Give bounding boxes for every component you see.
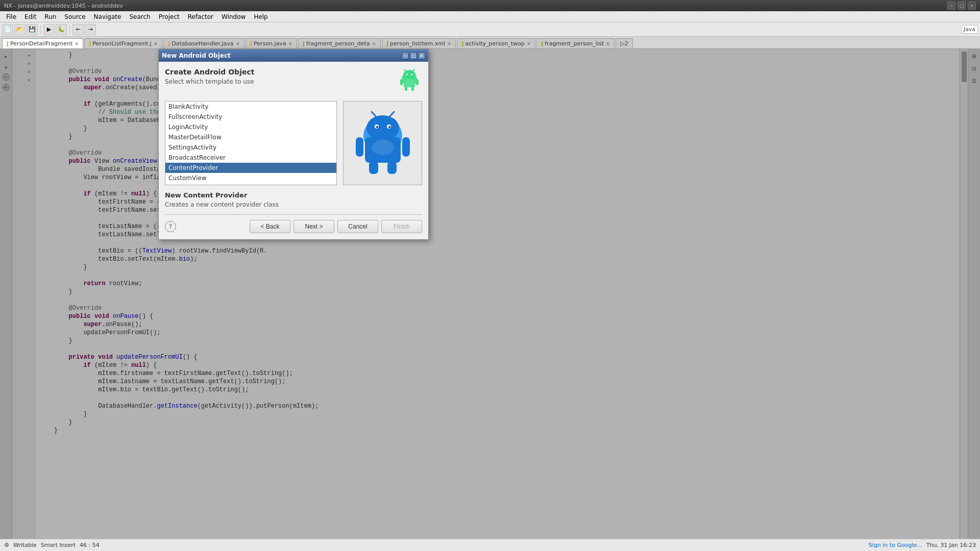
menu-source[interactable]: Source (60, 12, 89, 21)
toolbar-debug[interactable]: 🐛 (56, 24, 67, 35)
menu-project[interactable]: Project (155, 12, 184, 21)
tab-close-icon[interactable]: × (372, 41, 376, 46)
status-left: ⚙ Writable Smart Insert 46 : 54 (4, 542, 100, 548)
template-item-content-provider[interactable]: ContentProvider (165, 163, 336, 173)
cancel-button[interactable]: Cancel (337, 220, 378, 233)
dialog-button-group: < Back Next > Cancel Finish (250, 220, 422, 233)
tab-bar: J PersonDetailFragment × J PersonListFra… (0, 37, 980, 49)
dialog-maximize-button[interactable]: □ (410, 52, 417, 59)
menu-search[interactable]: Search (125, 12, 154, 21)
menu-window[interactable]: Window (217, 12, 250, 21)
template-item-master-detail-flow[interactable]: MasterDetailFlow (165, 132, 336, 142)
tab-close-icon[interactable]: × (288, 41, 292, 46)
template-preview (343, 101, 422, 185)
menu-help[interactable]: Help (250, 12, 272, 21)
tab-close-icon[interactable]: × (447, 41, 451, 46)
status-bar: ⚙ Writable Smart Insert 46 : 54 Sign in … (0, 539, 980, 551)
description-section: New Content Provider Creates a new conte… (165, 191, 422, 208)
code-line: DatabaseHandler.getInstance(getActivity(… (39, 402, 955, 410)
svg-point-11 (404, 79, 415, 87)
toolbar-forward[interactable]: → (85, 24, 96, 35)
tab-label: PersonListFragment.j (93, 40, 152, 47)
new-android-object-dialog[interactable]: New Android Object − □ × Create Android … (158, 49, 429, 240)
editor-area[interactable]: ▴ ▴ (12, 49, 960, 539)
menu-edit[interactable]: Edit (20, 12, 40, 21)
tab-close-icon[interactable]: × (606, 41, 610, 46)
svg-rect-22 (402, 137, 410, 157)
close-button[interactable]: × (968, 2, 976, 10)
next-button[interactable]: Next > (293, 220, 334, 233)
far-right-icon-3[interactable]: ☰ (969, 76, 979, 86)
tab-database-handler[interactable]: J DatabaseHandler.java × (163, 38, 244, 48)
menu-navigate[interactable]: Navigate (90, 12, 126, 21)
toolbar-open[interactable]: 📂 (14, 24, 26, 35)
far-right-icon-1[interactable]: ⊞ (969, 51, 979, 61)
code-line: textBio.setText(mItem.bio); (39, 255, 955, 263)
tab-fragment-person-deta[interactable]: J fragment_person_deta × (298, 38, 381, 48)
tab-extra[interactable]: ▷2 (616, 38, 632, 48)
template-item-service[interactable]: Service (165, 183, 336, 185)
tab-person-list-fragment[interactable]: J PersonListFragment.j × (84, 38, 162, 48)
menu-run[interactable]: Run (40, 12, 60, 21)
tab-fragment-person-list[interactable]: J fragment_person_list × (536, 38, 615, 48)
code-line: if (mItem != null) { (39, 361, 955, 369)
tab-person[interactable]: J Person.java × (246, 38, 297, 48)
finish-button[interactable]: Finish (381, 220, 422, 233)
maximize-button[interactable]: □ (958, 2, 966, 10)
code-line: } (39, 410, 955, 418)
svg-point-25 (372, 140, 394, 155)
tab-person-detail-fragment[interactable]: J PersonDetailFragment × (2, 38, 83, 48)
dialog-subtitle: Select which template to use (165, 78, 254, 85)
status-position: 46 : 54 (80, 542, 100, 548)
minimize-button[interactable]: − (947, 2, 955, 10)
template-item-broadcast-receiver[interactable]: BroadcastReceiver (165, 153, 336, 163)
toolbar-save[interactable]: 💾 (27, 24, 38, 35)
sidebar-icon-1[interactable]: ▸ (1, 51, 11, 61)
menu-refactor[interactable]: Refactor (184, 12, 217, 21)
template-list-container: BlankActivity FullscreenActivity LoginAc… (165, 101, 422, 185)
svg-rect-9 (405, 87, 407, 91)
status-writable: Writable (13, 542, 37, 548)
tab-close-icon[interactable]: × (75, 41, 79, 46)
description-title: New Content Provider (165, 191, 422, 199)
tab-close-icon[interactable]: × (154, 41, 158, 46)
toolbar-back[interactable]: ← (72, 24, 84, 35)
dialog-minimize-button[interactable]: − (402, 52, 409, 59)
code-line: private void updatePersonFromUI() { (39, 353, 955, 361)
menu-file[interactable]: File (2, 12, 20, 21)
template-item-blank-activity[interactable]: BlankActivity (165, 102, 336, 112)
code-line (39, 271, 955, 280)
right-scrollbar[interactable] (960, 49, 968, 539)
tab-person-listitem[interactable]: J person_listitem.xml × (382, 38, 456, 48)
template-list[interactable]: BlankActivity FullscreenActivity LoginAc… (165, 101, 337, 185)
svg-rect-7 (400, 79, 403, 85)
code-line: super.onPause(); (39, 320, 955, 329)
dialog-close-button[interactable]: × (418, 52, 425, 59)
left-sidebar: ▸ ▾ − + (0, 49, 12, 539)
help-button[interactable]: ? (165, 221, 176, 232)
tab-close-icon[interactable]: × (527, 41, 531, 46)
template-item-settings-activity[interactable]: SettingsActivity (165, 142, 336, 153)
toolbar-new[interactable]: 📄 (2, 24, 13, 35)
svg-point-16 (376, 126, 378, 128)
code-line: @Override (39, 304, 955, 312)
far-right-icon-2[interactable]: ⊟ (969, 63, 979, 73)
status-sign-in[interactable]: Sign in to Google... (869, 542, 922, 548)
tab-label: Person.java (254, 40, 286, 47)
tab-activity-person-twop[interactable]: J activity_person_twop × (457, 38, 535, 48)
back-button[interactable]: < Back (250, 220, 290, 233)
status-smart-insert: Smart Insert (41, 542, 76, 548)
template-item-fullscreen-activity[interactable]: FullscreenActivity (165, 112, 336, 122)
template-item-custom-view[interactable]: CustomView (165, 173, 336, 183)
template-item-login-activity[interactable]: LoginActivity (165, 122, 336, 132)
sidebar-collapse-btn[interactable]: − (3, 73, 10, 81)
svg-point-17 (388, 126, 390, 128)
scrollbar-thumb[interactable] (962, 52, 967, 82)
dialog-body: Create Android Object Select which templ… (159, 62, 428, 239)
svg-rect-24 (387, 161, 397, 174)
toolbar-run[interactable]: ▶ (43, 24, 55, 35)
line-numbers: ▴ ▴ (12, 49, 35, 539)
sidebar-icon-2[interactable]: ▾ (1, 62, 11, 72)
tab-close-icon[interactable]: × (236, 41, 240, 46)
sidebar-expand-btn[interactable]: + (3, 84, 10, 91)
